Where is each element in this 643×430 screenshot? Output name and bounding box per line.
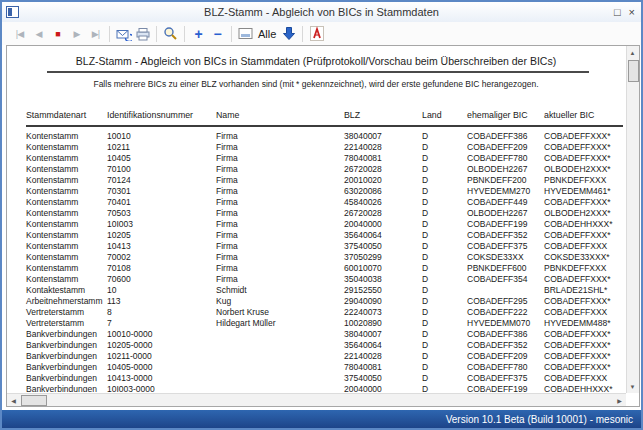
table-cell: Vertreterstamm (26, 318, 107, 329)
table-cell: 113 (107, 296, 216, 307)
last-page-icon: ▶| (92, 29, 99, 39)
table-row: Kontenstamm70108Firma60010070DPBNKDEFF60… (7, 263, 625, 274)
table-cell: 37540050 (344, 373, 422, 384)
first-page-icon: |◀ (16, 29, 23, 39)
table-cell: D (422, 296, 467, 307)
export-mail-button[interactable] (114, 24, 133, 43)
table-cell: D (422, 384, 467, 392)
table-row: Kontenstamm10I003Firma20040000DCOBADEFF1… (7, 219, 625, 230)
magnifier-button[interactable] (161, 24, 180, 43)
toolbar-separator (156, 26, 157, 42)
table-row: Bankverbindungen10405-000078040081DCOBAD… (7, 362, 625, 373)
table-cell: D (422, 142, 467, 153)
table-cell: 37050299 (344, 252, 422, 263)
table-cell: HYVEDEMM461* (544, 186, 625, 197)
table-row: Kontenstamm70401Firma45840026DCOBADEFF44… (7, 197, 625, 208)
table-cell: Kontenstamm (26, 142, 107, 153)
table-cell: Vertreterstamm (26, 307, 107, 318)
table-cell: COBADEFF780 (467, 153, 544, 164)
show-all-dropdown-button[interactable] (279, 24, 298, 43)
table-row: Kontenstamm10205Firma35640064DCOBADEFF35… (7, 230, 625, 241)
table-cell: COBADEFFXXX (544, 307, 625, 318)
table-row: Kontenstamm70503Firma26720028DOLBODEH226… (7, 208, 625, 219)
horizontal-scroll-thumb[interactable] (21, 395, 47, 406)
table-cell: 10211 (107, 142, 216, 153)
table-cell: 10211-0000 (107, 351, 216, 362)
horizontal-scrollbar[interactable]: ◀ ▶ (7, 393, 626, 406)
next-page-button[interactable]: ▶ (67, 24, 86, 43)
table-cell: Bankverbindungen (26, 340, 107, 351)
table-cell: COBADEFFXXX* (544, 362, 625, 373)
table-cell: 70600 (107, 274, 216, 285)
last-page-button[interactable]: ▶| (86, 24, 105, 43)
table-row: Bankverbindungen10211-000022140028DCOBAD… (7, 351, 625, 362)
table-row: Kontenstamm70100Firma26720028DOLBODEH226… (7, 164, 625, 175)
stop-button[interactable]: ■ (48, 24, 67, 43)
table-cell: 35640064 (344, 230, 422, 241)
table-cell: 8 (107, 307, 216, 318)
table-cell: Kontenstamm (26, 175, 107, 186)
table-cell: PBNKDEFFXXX (544, 263, 625, 274)
vertical-scroll-thumb[interactable] (628, 60, 639, 82)
table-cell: D (422, 241, 467, 252)
table-cell: COBADEFF354 (467, 274, 544, 285)
zoom-in-button[interactable]: + (189, 24, 208, 43)
table-cell: D (422, 329, 467, 340)
title-rule (47, 71, 589, 73)
table-cell: COKSDE33XX (467, 252, 544, 263)
zoom-out-button[interactable]: − (208, 24, 227, 43)
export-mail-icon (116, 27, 132, 41)
maximize-button[interactable]: □ (614, 2, 621, 22)
scroll-right-arrow-icon[interactable]: ▶ (613, 394, 626, 407)
page-view-button[interactable] (236, 24, 255, 43)
table-cell: 70503 (107, 208, 216, 219)
table-cell: 38040007 (344, 329, 422, 340)
table-cell: Bankverbindungen (26, 351, 107, 362)
table-cell: Firma (216, 142, 344, 153)
table-cell: D (422, 175, 467, 186)
scroll-left-arrow-icon[interactable]: ◀ (7, 394, 20, 407)
table-cell: Firma (216, 252, 344, 263)
table-row: Kontenstamm70124Firma20010020DPBNKDEFF20… (7, 175, 625, 186)
table-cell: D (422, 351, 467, 362)
column-header: ehemaliger BIC (467, 109, 544, 121)
report-table-header: StammdatenartIdentifikationsnummerNameBL… (7, 109, 625, 121)
vertical-scrollbar[interactable]: ▲ ▼ (626, 46, 639, 393)
table-cell: D (422, 131, 467, 142)
table-cell: COBADEFFXXX* (544, 131, 625, 142)
table-cell: COBADEFF386 (467, 131, 544, 142)
scroll-up-arrow-icon[interactable]: ▲ (626, 46, 639, 59)
table-cell: 35040038 (344, 274, 422, 285)
toolbar-separator (231, 26, 232, 42)
close-button[interactable]: × (629, 2, 635, 22)
table-cell: 22140028 (344, 351, 422, 362)
table-cell: Firma (216, 197, 344, 208)
table-cell: COKSDE33XXX* (544, 252, 625, 263)
table-cell: COBADEFFXXX* (544, 351, 625, 362)
pdf-export-button[interactable] (307, 24, 326, 43)
window-title: BLZ-Stamm - Abgleich von BICs in Stammda… (2, 6, 641, 18)
next-page-icon: ▶ (74, 29, 80, 39)
previous-page-button[interactable]: ◀ (29, 24, 48, 43)
table-cell: Kontenstamm (26, 219, 107, 230)
table-row: Vertreterstamm7Hildegart Müller10020890D… (7, 318, 625, 329)
table-cell: D (422, 252, 467, 263)
table-cell: Firma (216, 153, 344, 164)
table-cell: COBADEFF199 (467, 384, 544, 392)
table-row: Kontenstamm70600Firma35040038DCOBADEFF35… (7, 274, 625, 285)
table-cell: D (422, 318, 467, 329)
table-cell: 22240073 (344, 307, 422, 318)
table-cell: PBNKDEFF200 (467, 175, 544, 186)
table-cell: 45840026 (344, 197, 422, 208)
table-cell: PBNKDEFFXXX (544, 175, 625, 186)
table-cell: 10405-0000 (107, 362, 216, 373)
print-button[interactable] (133, 24, 152, 43)
first-page-button[interactable]: |◀ (10, 24, 29, 43)
zoom-out-icon: − (213, 26, 221, 42)
table-cell: 37540050 (344, 241, 422, 252)
previous-page-icon: ◀ (36, 29, 42, 39)
table-cell: COBADEFF209 (467, 351, 544, 362)
scroll-down-arrow-icon[interactable]: ▼ (626, 380, 639, 393)
table-cell: COBADEFF375 (467, 241, 544, 252)
table-cell: 22140028 (344, 142, 422, 153)
